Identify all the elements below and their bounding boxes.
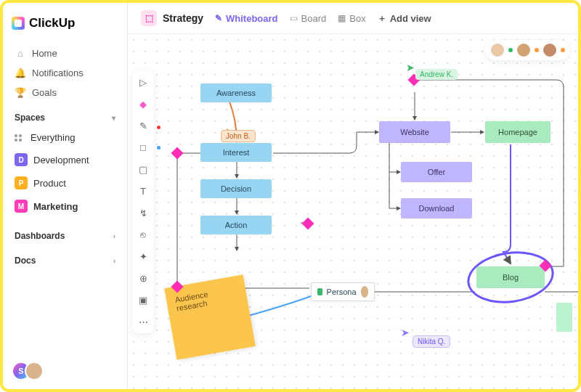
node-blog[interactable]: Blog <box>476 266 545 288</box>
spaces-header-label: Spaces <box>15 113 45 123</box>
node-homepage[interactable]: Homepage <box>485 121 550 143</box>
status-dot-online <box>508 48 513 52</box>
space-everything[interactable]: Everything <box>12 127 118 148</box>
space-marketing-label: Marketing <box>33 201 78 212</box>
avatar-2[interactable] <box>516 42 532 58</box>
docs-header[interactable]: Docs › <box>12 256 118 266</box>
brand-name: ClickUp <box>29 16 75 30</box>
globe-tool-icon[interactable]: ⊕ <box>136 271 150 285</box>
space-development[interactable]: D Development <box>12 148 118 171</box>
text-tool-icon[interactable]: T <box>136 184 150 198</box>
sparkle-tool-icon[interactable]: ✦ <box>136 249 150 264</box>
more-tool-icon[interactable]: ⋯ <box>136 314 150 329</box>
grid-icon <box>15 134 25 142</box>
page-title-text: Strategy <box>163 12 203 24</box>
board-icon: ▭ <box>290 13 298 23</box>
node-website[interactable]: Website <box>379 121 450 143</box>
persona-label: Persona <box>327 287 357 296</box>
persona-color-icon <box>317 288 322 295</box>
view-board-label: Board <box>301 13 327 24</box>
cursor-arrow-icon: ➤ <box>401 327 410 338</box>
clickup-tool-icon[interactable]: ◆ <box>136 97 150 111</box>
main: ⬚ Strategy ✎ Whiteboard ▭ Board ▦ Box ＋ … <box>128 3 578 389</box>
space-product[interactable]: P Product <box>12 171 118 195</box>
chevron-down-icon: ▾ <box>112 114 115 122</box>
pen-tool-icon[interactable]: ✎ <box>136 118 150 133</box>
chevron-right-icon: › <box>113 257 115 265</box>
diamond-handle[interactable] <box>171 147 184 160</box>
node-action[interactable]: Action <box>200 216 272 234</box>
connector-tool-icon[interactable]: ↯ <box>136 205 150 220</box>
cube-icon: ⬚ <box>141 10 157 26</box>
image-tool-icon[interactable]: ▣ <box>136 293 150 307</box>
sidebar: ClickUp ⌂ Home 🔔 Notifications 🏆 Goals S… <box>3 3 128 389</box>
nav-notifications-label: Notifications <box>32 68 84 78</box>
canvas-toolbar: ▷ ◆ ✎ □ ▢ T ↯ ⎋ ✦ ⊕ ▣ ⋯ <box>132 70 154 333</box>
brand-logo: ClickUp <box>12 16 118 30</box>
dashboards-header[interactable]: Dashboards › <box>12 231 118 241</box>
space-everything-label: Everything <box>31 132 75 143</box>
chevron-right-icon: › <box>113 232 115 240</box>
whiteboard-icon: ✎ <box>215 13 222 23</box>
nav-notifications[interactable]: 🔔 Notifications <box>12 63 118 83</box>
home-icon: ⌂ <box>15 48 26 59</box>
node-awareness[interactable]: Awareness <box>200 83 272 102</box>
avatar-1[interactable] <box>489 42 505 58</box>
diamond-handle[interactable] <box>302 218 314 230</box>
topbar: ⬚ Strategy ✎ Whiteboard ▭ Board ▦ Box ＋ … <box>128 3 578 34</box>
nav-goals-label: Goals <box>32 87 57 98</box>
space-development-label: Development <box>33 155 89 166</box>
branch-tool-icon[interactable]: ⎋ <box>136 227 150 242</box>
trophy-icon: 🏆 <box>15 87 26 98</box>
note-tool-icon[interactable]: ▢ <box>136 162 150 176</box>
view-whiteboard-label: Whiteboard <box>226 13 278 24</box>
view-box[interactable]: ▦ Box <box>338 13 365 24</box>
node-offer[interactable]: Offer <box>401 162 472 182</box>
box-icon: ▦ <box>338 13 346 23</box>
node-green-partial[interactable] <box>556 303 572 332</box>
view-board[interactable]: ▭ Board <box>290 13 327 24</box>
clickup-icon <box>12 17 25 30</box>
avatar-3[interactable] <box>542 42 558 58</box>
node-interest[interactable]: Interest <box>200 143 272 162</box>
docs-label: Docs <box>15 256 36 266</box>
node-persona[interactable]: Persona <box>311 282 375 301</box>
space-product-label: Product <box>33 178 66 189</box>
space-badge-p: P <box>15 176 28 189</box>
page-title: ⬚ Strategy <box>141 10 203 26</box>
nav-home-label: Home <box>32 48 57 59</box>
sidebar-avatars: S <box>12 362 118 380</box>
view-whiteboard[interactable]: ✎ Whiteboard <box>215 13 278 24</box>
space-badge-d: D <box>15 153 28 166</box>
select-tool-icon[interactable]: ▷ <box>136 75 150 89</box>
node-decision[interactable]: Decision <box>200 179 272 198</box>
bell-icon: 🔔 <box>15 68 26 78</box>
color-dot-red <box>157 126 161 129</box>
cursor-arrow-icon: ➤ <box>406 62 415 73</box>
view-box-label: Box <box>349 13 365 24</box>
view-add-label: Add view <box>390 13 431 24</box>
dashboards-label: Dashboards <box>15 231 65 241</box>
view-add[interactable]: ＋ Add view <box>378 12 431 25</box>
status-dot-away <box>535 48 539 52</box>
sticky-text: Audience research <box>174 290 208 313</box>
square-tool-icon[interactable]: □ <box>136 140 150 155</box>
cursor-andrew: Andrew K. <box>415 69 458 80</box>
persona-avatar <box>361 286 368 298</box>
presence-avatars <box>485 40 569 60</box>
nav-home[interactable]: ⌂ Home <box>12 44 118 63</box>
avatar-user-2[interactable] <box>25 362 44 380</box>
space-marketing[interactable]: M Marketing <box>12 195 118 218</box>
cursor-john: John B. <box>221 130 256 142</box>
nav-goals[interactable]: 🏆 Goals <box>12 83 118 102</box>
spaces-header[interactable]: Spaces ▾ <box>12 113 118 123</box>
node-download[interactable]: Download <box>401 198 472 219</box>
plus-icon: ＋ <box>378 12 386 25</box>
cursor-nikita: Nikita Q. <box>413 335 450 348</box>
status-dot-away <box>561 48 565 52</box>
color-dot-blue <box>157 146 161 150</box>
space-badge-m: M <box>15 200 28 213</box>
whiteboard-canvas[interactable]: ▷ ◆ ✎ □ ▢ T ↯ ⎋ ✦ ⊕ ▣ ⋯ <box>128 34 578 389</box>
